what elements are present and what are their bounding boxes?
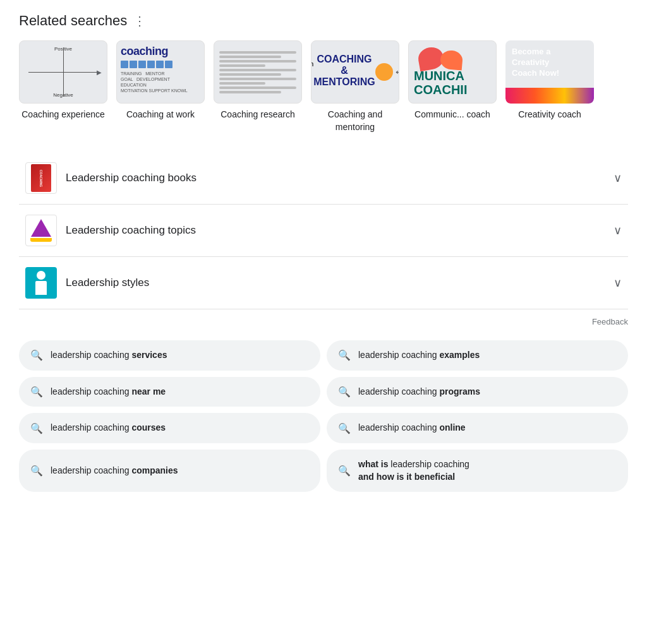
work-icons-grid [121, 61, 172, 68]
section-title: Related searches [19, 13, 127, 29]
card-label-coaching-experience: Coaching experience [21, 109, 105, 121]
image-cards-row: Positive Negative ▶ Coaching experience … [19, 40, 628, 133]
feedback-row: Feedback [19, 309, 628, 331]
suggestion-bold-courses: courses [131, 422, 166, 432]
chevron-down-icon-styles: ∨ [614, 276, 622, 290]
search-icon: 🔍 [338, 386, 351, 398]
suggestion-pill-online[interactable]: 🔍 leadership coaching online [327, 413, 628, 443]
accordion-thumb-topics [25, 215, 57, 246]
creativity-color-bar [505, 88, 594, 104]
card-coaching-experience[interactable]: Positive Negative ▶ Coaching experience [19, 40, 107, 133]
card-communic-coach[interactable]: MUNICACOACHII Communic... coach [408, 40, 497, 133]
card-thumb-creativity-coach: Become aCreativityCoach Now! [505, 40, 594, 104]
accordion-thumb-styles [25, 267, 57, 299]
card-label-coaching-work: Coaching at work [126, 109, 195, 121]
accordion-label-books: Leadership coaching books [66, 172, 605, 184]
accordion-item-topics[interactable]: Leadership coaching topics ∨ [19, 205, 628, 257]
accordion-thumb-books: COACHING [25, 162, 57, 194]
suggestion-bold-online: online [439, 422, 465, 432]
card-label-communic-coach: Communic... coach [414, 109, 490, 121]
axis-negative-label: Negative [53, 92, 73, 98]
suggestion-pill-what-is[interactable]: 🔍 what is leadership coachingand how is … [327, 450, 628, 492]
suggestion-pill-services[interactable]: 🔍 leadership coaching services [19, 340, 320, 371]
suggestion-pill-near-me[interactable]: 🔍 leadership coaching near me [19, 377, 320, 407]
suggestion-pill-courses[interactable]: 🔍 leadership coaching courses [19, 413, 320, 443]
suggestion-text-services: leadership coaching services [51, 349, 167, 362]
coaching-word-label: coaching [121, 45, 168, 58]
search-icon: 🔍 [30, 465, 43, 477]
card-thumb-coaching-experience: Positive Negative ▶ [19, 40, 107, 104]
suggestion-text-near-me: leadership coaching near me [51, 386, 166, 398]
person-silhouette-icon [35, 271, 47, 295]
search-icon: 🔍 [30, 422, 43, 434]
suggestion-bold-near-me: near me [131, 386, 166, 397]
suggestion-bold-programs: programs [439, 386, 480, 397]
chevron-down-icon-topics: ∨ [614, 224, 622, 237]
mentoring-arrow: ⟵ [396, 67, 399, 77]
suggestion-text-courses: leadership coaching courses [51, 422, 166, 434]
card-label-coaching-research: Coaching research [221, 109, 295, 121]
more-options-icon[interactable]: ⋮ [133, 13, 146, 28]
search-icon: 🔍 [30, 349, 43, 361]
accordion-section: COACHING Leadership coaching books ∨ Lea… [19, 152, 628, 309]
card-label-creativity-coach: Creativity coach [518, 109, 581, 121]
card-thumb-coaching-mentoring: Motivation Advice Succ COACHING &MENTORI… [311, 40, 399, 104]
suggestion-bold-services: services [131, 350, 167, 360]
chevron-down-icon-books: ∨ [614, 171, 622, 185]
card-thumb-communic-coach: MUNICACOACHII [408, 40, 497, 104]
suggestions-grid: 🔍 leadership coaching services 🔍 leaders… [19, 340, 628, 492]
card-creativity-coach[interactable]: Become aCreativityCoach Now! Creativity … [505, 40, 594, 133]
feedback-label[interactable]: Feedback [592, 317, 628, 326]
accordion-label-styles: Leadership styles [66, 277, 605, 289]
card-thumb-coaching-work: coaching TRAINING MENTOR GOAL DEVELOPMEN… [116, 40, 205, 104]
book-spine-text: COACHING [39, 170, 43, 187]
axis-arrow-right: ▶ [97, 69, 102, 76]
suggestion-pill-examples[interactable]: 🔍 leadership coaching examples [327, 340, 628, 371]
suggestion-bold-companies: companies [131, 465, 178, 475]
communic-text-label: MUNICACOACHII [414, 69, 467, 97]
suggestion-bold-examples: examples [439, 350, 480, 360]
search-icon: 🔍 [30, 386, 43, 398]
card-coaching-research[interactable]: Coaching research [214, 40, 302, 133]
suggestion-text-what-is: what is leadership coachingand how is it… [358, 458, 469, 483]
mentoring-diagram: ⟵ [375, 63, 399, 81]
card-label-coaching-mentoring: Coaching and mentoring [311, 109, 399, 133]
accordion-item-books[interactable]: COACHING Leadership coaching books ∨ [19, 152, 628, 205]
search-icon: 🔍 [338, 349, 351, 361]
book-cover-icon: COACHING [31, 164, 51, 192]
suggestion-text-companies: leadership coaching companies [51, 465, 178, 477]
suggestion-pill-programs[interactable]: 🔍 leadership coaching programs [327, 377, 628, 407]
suggestion-text-examples: leadership coaching examples [358, 349, 480, 362]
creativity-text-label: Become aCreativityCoach Now! [512, 47, 559, 79]
axis-positive-label: Positive [54, 46, 72, 52]
accordion-item-styles[interactable]: Leadership styles ∨ [19, 257, 628, 309]
suggestion-bold-what-is: what is [358, 459, 388, 469]
card-coaching-work[interactable]: coaching TRAINING MENTOR GOAL DEVELOPMEN… [116, 40, 205, 133]
card-thumb-coaching-research [214, 40, 302, 104]
search-icon: 🔍 [338, 422, 351, 434]
search-icon: 🔍 [338, 465, 351, 477]
section-header: Related searches ⋮ [19, 13, 628, 29]
card-coaching-mentoring[interactable]: Motivation Advice Succ COACHING &MENTORI… [311, 40, 399, 133]
suggestion-pill-companies[interactable]: 🔍 leadership coaching companies [19, 450, 320, 492]
suggestion-bold-beneficial: and how is it beneficial [358, 472, 455, 482]
accordion-label-topics: Leadership coaching topics [66, 224, 605, 237]
suggestion-text-online: leadership coaching online [358, 422, 466, 434]
suggestion-text-programs: leadership coaching programs [358, 386, 480, 398]
